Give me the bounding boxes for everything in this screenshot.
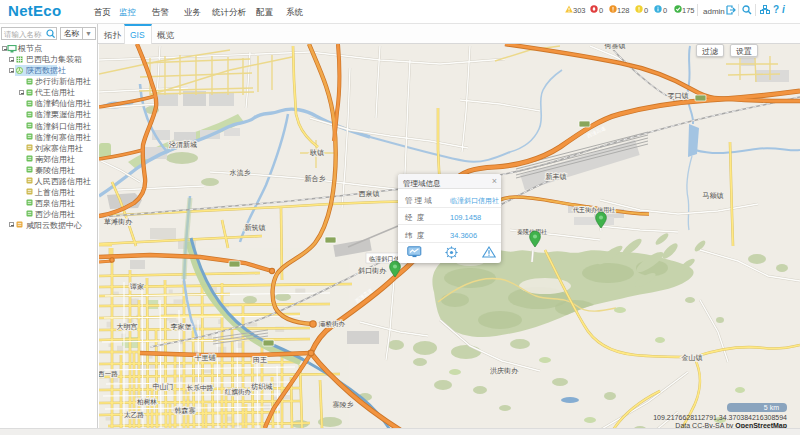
- svg-text:红旗街办: 红旗街办: [225, 388, 252, 396]
- svg-text:草滩街办: 草滩街办: [104, 218, 133, 226]
- svg-text:十里铺: 十里铺: [195, 354, 216, 362]
- svg-text:斜口街办: 斜口街办: [358, 267, 387, 275]
- svg-text:耿镇: 耿镇: [310, 149, 324, 157]
- svg-text:西一路: 西一路: [99, 370, 118, 378]
- svg-text:纺织城: 纺织城: [251, 382, 273, 391]
- svg-text:马额镇: 马额镇: [703, 192, 724, 200]
- svg-text:柏树林: 柏树林: [136, 398, 157, 406]
- svg-text:新丰镇: 新丰镇: [546, 172, 567, 181]
- svg-text:长乐中路: 长乐中路: [187, 384, 214, 392]
- svg-text:韩森寨: 韩森寨: [175, 406, 196, 415]
- svg-text:零口镇: 零口镇: [668, 92, 689, 100]
- svg-text:代王街办信用社: 代王街办信用社: [572, 206, 615, 214]
- svg-text:太乙路: 太乙路: [124, 411, 144, 419]
- svg-text:水流乡: 水流乡: [230, 169, 251, 177]
- svg-text:李家堡: 李家堡: [171, 323, 192, 331]
- svg-text:谭家: 谭家: [130, 283, 144, 291]
- svg-text:新合乡: 新合乡: [305, 174, 326, 183]
- svg-text:寨陵乡: 寨陵乡: [333, 400, 354, 409]
- svg-text:金山镇: 金山镇: [682, 354, 703, 362]
- svg-text:大明宫: 大明宫: [117, 323, 138, 330]
- svg-text:西泉镇: 西泉镇: [359, 190, 380, 198]
- svg-text:洪庆街办: 洪庆街办: [490, 367, 519, 375]
- svg-text:泾渭新城: 泾渭新城: [169, 140, 197, 149]
- svg-text:田王: 田王: [253, 356, 267, 364]
- svg-text:中山门: 中山门: [153, 383, 174, 390]
- svg-text:灞桥街办: 灞桥街办: [319, 320, 346, 328]
- svg-text:新筑镇: 新筑镇: [245, 223, 266, 232]
